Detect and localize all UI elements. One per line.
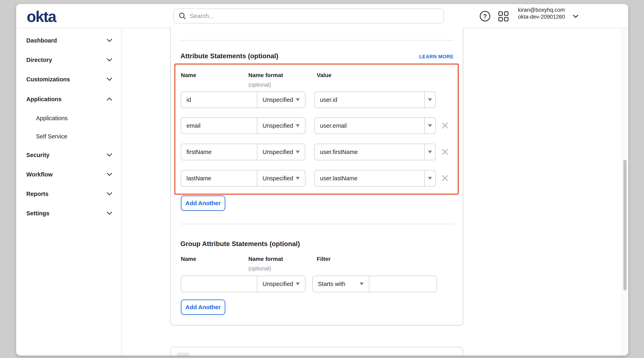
- name-format-select[interactable]: Unspecified: [257, 144, 305, 160]
- remove-row-icon[interactable]: [441, 148, 449, 156]
- value-dropdown-toggle[interactable]: [424, 144, 435, 160]
- scrollbar-track[interactable]: [622, 28, 628, 355]
- remove-row-icon[interactable]: [441, 121, 449, 130]
- name-format-value: Unspecified: [257, 149, 296, 155]
- name-format-select[interactable]: Unspecified: [257, 170, 305, 186]
- add-another-group-button[interactable]: Add Another: [181, 299, 225, 315]
- attribute-value-input[interactable]: [315, 144, 424, 160]
- okta-admin-console: okta ? kiran@boxyhq.com okta-dev-2090126…: [0, 0, 644, 358]
- value-combo: [314, 92, 436, 108]
- name-format-value: Unspecified: [257, 281, 296, 287]
- sidebar-item-directory[interactable]: Directory: [16, 55, 122, 65]
- value-dropdown-toggle[interactable]: [424, 92, 435, 108]
- column-note-optional: (optional): [248, 82, 271, 88]
- chevron-down-icon: [107, 78, 112, 81]
- column-header-name: Name: [181, 256, 196, 262]
- scrollbar-thumb[interactable]: [623, 160, 626, 290]
- chevron-down-icon[interactable]: [573, 15, 578, 18]
- sidebar-item-dashboard[interactable]: Dashboard: [16, 35, 122, 46]
- value-combo: [314, 117, 436, 134]
- sidebar-label: Applications: [26, 96, 62, 103]
- group-name-field: [181, 276, 257, 292]
- name-format-value: Unspecified: [257, 175, 296, 182]
- attribute-name-input[interactable]: [181, 92, 257, 108]
- sidebar-item-reports[interactable]: Reports: [16, 189, 122, 199]
- attribute-name-input[interactable]: [181, 144, 257, 160]
- dropdown-arrow-icon: [428, 98, 432, 101]
- attribute-name-input[interactable]: [181, 118, 257, 134]
- attribute-row: Unspecified: [171, 144, 464, 160]
- value-dropdown-toggle[interactable]: [424, 170, 435, 186]
- sidebar-label: Workflow: [26, 171, 52, 178]
- attribute-value-input[interactable]: [315, 118, 424, 134]
- column-header-filter: Filter: [317, 256, 330, 262]
- dropdown-arrow-icon: [296, 124, 300, 127]
- account-menu[interactable]: kiran@boxyhq.com okta-dev-20901260: [512, 7, 571, 20]
- name-format-combo: Unspecified: [181, 170, 306, 187]
- sidebar-item-applications-sub[interactable]: Applications: [16, 113, 122, 123]
- remove-row-icon[interactable]: [441, 174, 449, 182]
- grid-cell: [504, 17, 508, 22]
- learn-more-link[interactable]: LEARN MORE: [419, 54, 454, 60]
- okta-logo[interactable]: okta: [27, 8, 56, 25]
- account-email: kiran@boxyhq.com: [512, 7, 571, 13]
- sidebar-label: Reports: [26, 191, 48, 197]
- attribute-value-field: [315, 92, 424, 108]
- sidebar-item-settings[interactable]: Settings: [16, 208, 122, 219]
- global-search: [174, 9, 444, 24]
- main-content: Attribute Statements (optional) LEARN MO…: [122, 28, 628, 355]
- add-another-button[interactable]: Add Another: [181, 195, 225, 211]
- name-format-value: Unspecified: [257, 97, 296, 103]
- filter-combo: Starts with: [312, 276, 437, 292]
- attribute-value-input[interactable]: [315, 170, 424, 186]
- top-header: okta ? kiran@boxyhq.com okta-dev-2090126…: [16, 4, 628, 28]
- search-input[interactable]: [190, 13, 443, 20]
- attribute-name-field: [181, 92, 257, 108]
- section-divider: [180, 224, 454, 224]
- filter-value-input[interactable]: [369, 276, 436, 292]
- sidebar-item-customizations[interactable]: Customizations: [16, 74, 122, 85]
- chevron-down-icon: [107, 153, 112, 157]
- sidebar-item-workflow[interactable]: Workflow: [16, 169, 122, 180]
- column-header-name-format: Name format: [248, 256, 283, 262]
- attribute-name-field: [181, 170, 257, 186]
- filter-type-select[interactable]: Starts with: [313, 276, 369, 292]
- sidebar-nav: Dashboard Directory Customizations Appli…: [16, 28, 122, 355]
- name-format-combo: Unspecified: [181, 92, 306, 108]
- sidebar-label: Customizations: [26, 76, 70, 83]
- attribute-value-field: [315, 118, 424, 134]
- attribute-name-field: [181, 144, 257, 160]
- chevron-up-icon: [107, 98, 112, 101]
- dropdown-arrow-icon: [296, 177, 300, 180]
- dropdown-arrow-icon: [428, 124, 432, 127]
- value-dropdown-toggle[interactable]: [424, 118, 435, 134]
- value-combo: [314, 170, 436, 187]
- name-format-value: Unspecified: [257, 122, 296, 129]
- attribute-row: Unspecified: [171, 92, 464, 108]
- sidebar-item-self-service[interactable]: Self Service: [16, 131, 122, 142]
- chevron-down-icon: [107, 39, 112, 42]
- attribute-value-input[interactable]: [315, 92, 424, 108]
- group-attribute-row: Unspecified Starts with: [171, 276, 464, 292]
- account-org: okta-dev-20901260: [512, 13, 571, 20]
- group-name-input[interactable]: [181, 276, 257, 292]
- attribute-name-input[interactable]: [181, 170, 257, 186]
- grid-cell: [498, 17, 503, 22]
- app-switcher-grid-icon[interactable]: [498, 11, 508, 22]
- sidebar-item-applications[interactable]: Applications: [16, 94, 122, 104]
- name-format-select[interactable]: Unspecified: [257, 276, 305, 292]
- browser-window: okta ? kiran@boxyhq.com okta-dev-2090126…: [16, 4, 628, 355]
- help-icon[interactable]: ?: [480, 11, 490, 22]
- help-glyph: ?: [483, 13, 487, 20]
- name-format-select[interactable]: Unspecified: [257, 118, 305, 134]
- sidebar-label: Self Service: [36, 133, 67, 140]
- sidebar-item-security[interactable]: Security: [16, 150, 122, 160]
- sidebar-label: Directory: [26, 57, 52, 63]
- dropdown-arrow-icon: [296, 282, 300, 285]
- name-format-select[interactable]: Unspecified: [257, 92, 305, 108]
- chevron-down-icon: [107, 212, 112, 215]
- search-icon: [179, 12, 186, 20]
- sidebar-label: Applications: [36, 115, 68, 122]
- group-attribute-statements-title: Group Attribute Statements (optional): [180, 240, 300, 248]
- dropdown-arrow-icon: [296, 151, 300, 153]
